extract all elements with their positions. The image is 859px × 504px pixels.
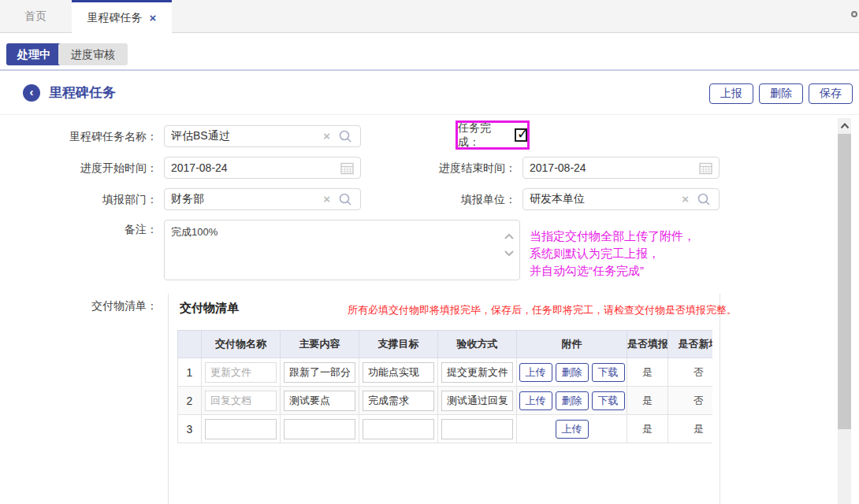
filled-cell: 是: [627, 387, 668, 415]
deliverable-name-input[interactable]: [205, 391, 277, 411]
annotation-note: 当指定交付物全部上传了附件， 系统则默认为完工上报， 并自动勾选“任务完成”: [530, 228, 695, 280]
title-actions: 上报 删除 保存: [709, 83, 853, 104]
chevron-down-icon[interactable]: [504, 250, 515, 257]
save-button[interactable]: 保存: [809, 83, 853, 104]
remark-textarea[interactable]: 完成100%: [165, 220, 519, 280]
form-content: 里程碑任务名称： × 任务完成： ✓ 进度开始时间： 进度结束时间：: [0, 114, 859, 504]
scroll-up-icon[interactable]: [838, 120, 851, 132]
app-window: 首页 里程碑任务 × 处理中 进度审核 ‹ 里程碑任务 上报 删除 保存 里程碑…: [0, 0, 859, 504]
task-complete-checkbox[interactable]: ✓: [515, 128, 527, 142]
delete-attachment-button[interactable]: 删除: [556, 391, 589, 410]
tab-bar: 首页 里程碑任务 ×: [0, 0, 859, 33]
delete-button[interactable]: 删除: [759, 83, 803, 104]
download-button[interactable]: 下载: [592, 391, 625, 410]
annotation-line: 并自动勾选“任务完成”: [530, 262, 695, 280]
start-time-input[interactable]: [165, 158, 360, 178]
col-acceptance: 验收方式: [438, 331, 517, 358]
is-new-cell: 是: [668, 415, 713, 443]
task-name-label: 里程碑任务名称：: [0, 125, 158, 147]
textarea-scroll-arrows: [504, 233, 515, 257]
tab-label: 里程碑任务: [87, 11, 143, 25]
status-toolbar: 处理中 进度审核: [0, 33, 859, 69]
main-content-input[interactable]: [284, 419, 355, 439]
search-icon[interactable]: [338, 192, 352, 209]
delete-attachment-button[interactable]: 删除: [556, 363, 589, 382]
main-content-input[interactable]: [284, 362, 355, 383]
support-target-input[interactable]: [363, 419, 434, 439]
task-complete-label: 任务完成：: [458, 121, 510, 150]
task-name-input[interactable]: [165, 126, 360, 146]
scrollbar-thumb[interactable]: [838, 134, 851, 429]
deliverables-label: 交付物清单：: [0, 299, 158, 313]
unit-field: ×: [522, 188, 720, 210]
start-time-label: 进度开始时间：: [0, 157, 158, 179]
deliverables-table: 交付物名称 主要内容 支撑目标 验收方式 附件 是否填报 是否新增 1: [177, 330, 712, 443]
upload-button[interactable]: 上传: [519, 363, 552, 382]
task-name-field: ×: [164, 125, 361, 147]
search-icon[interactable]: [338, 129, 352, 146]
search-icon[interactable]: [697, 192, 711, 209]
col-target: 支撑目标: [359, 331, 438, 358]
row-index: 1: [178, 358, 202, 387]
row-index: 3: [178, 415, 202, 443]
end-time-field: [522, 157, 720, 179]
vertical-scrollbar[interactable]: [838, 118, 851, 504]
check-icon: ✓: [517, 125, 529, 143]
col-index: [178, 331, 202, 358]
calendar-icon[interactable]: [340, 161, 354, 177]
report-button[interactable]: 上报: [709, 83, 753, 104]
table-row: 3 上传 是 是: [178, 415, 713, 443]
title-bar: ‹ 里程碑任务 上报 删除 保存: [0, 71, 859, 114]
col-filled: 是否填报: [627, 331, 668, 358]
start-time-field: [164, 157, 361, 179]
end-time-input[interactable]: [523, 158, 719, 178]
tab-milestone-task[interactable]: 里程碑任务 ×: [72, 0, 172, 33]
acceptance-input[interactable]: [441, 362, 513, 383]
tab-home[interactable]: 首页: [0, 0, 71, 32]
row-index: 2: [178, 387, 202, 415]
department-input[interactable]: [165, 189, 360, 209]
is-new-cell: 否: [668, 387, 713, 415]
deliverable-name-input[interactable]: [205, 419, 277, 439]
remark-field: 完成100%: [164, 220, 520, 280]
filled-cell: 是: [627, 415, 668, 443]
clear-icon[interactable]: ×: [323, 189, 330, 209]
acceptance-input[interactable]: [441, 391, 513, 411]
col-name: 交付物名称: [202, 331, 281, 358]
department-label: 填报部门：: [0, 188, 158, 210]
table-row: 2 上传 删除 下载: [178, 387, 713, 415]
col-attachment: 附件: [517, 331, 627, 358]
main-content-input[interactable]: [284, 391, 355, 411]
clear-icon[interactable]: ×: [682, 189, 689, 209]
window-corner-icon: [851, 11, 857, 17]
status-progress-review-button[interactable]: 进度审核: [58, 43, 128, 65]
deliverables-panel: 交付物清单 所有必填交付物即将填报完毕，保存后，任务即将完工，请检查交付物是否填…: [168, 294, 720, 504]
download-button[interactable]: 下载: [592, 363, 625, 382]
deliverables-warning: 所有必填交付物即将填报完毕，保存后，任务即将完工，请检查交付物是否填报完整。: [348, 303, 737, 317]
end-time-label: 进度结束时间：: [410, 157, 516, 179]
col-is-new: 是否新增: [668, 331, 713, 358]
table-header-row: 交付物名称 主要内容 支撑目标 验收方式 附件 是否填报 是否新增: [178, 331, 713, 358]
tab-close-icon[interactable]: ×: [150, 12, 157, 24]
chevron-up-icon[interactable]: [504, 233, 515, 240]
back-icon[interactable]: ‹: [23, 84, 40, 102]
status-processing-button[interactable]: 处理中: [6, 43, 61, 65]
page-title: 里程碑任务: [49, 71, 116, 114]
department-field: ×: [164, 188, 361, 210]
upload-button[interactable]: 上传: [556, 420, 589, 439]
clear-icon[interactable]: ×: [323, 126, 330, 146]
acceptance-input[interactable]: [441, 419, 513, 439]
deliverables-table-container: 交付物名称 主要内容 支撑目标 验收方式 附件 是否填报 是否新增 1: [177, 330, 712, 443]
deliverable-name-input[interactable]: [205, 362, 277, 383]
deliverables-title: 交付物清单: [180, 301, 239, 316]
calendar-icon[interactable]: [699, 161, 712, 177]
upload-button[interactable]: 上传: [519, 391, 552, 410]
annotation-line: 系统则默认为完工上报，: [530, 245, 695, 262]
col-content: 主要内容: [281, 331, 359, 358]
unit-input[interactable]: [523, 189, 719, 209]
support-target-input[interactable]: [363, 391, 434, 411]
remark-label: 备注：: [0, 221, 158, 237]
support-target-input[interactable]: [363, 362, 434, 383]
is-new-cell: 否: [668, 358, 713, 387]
unit-label: 填报单位：: [410, 188, 516, 210]
